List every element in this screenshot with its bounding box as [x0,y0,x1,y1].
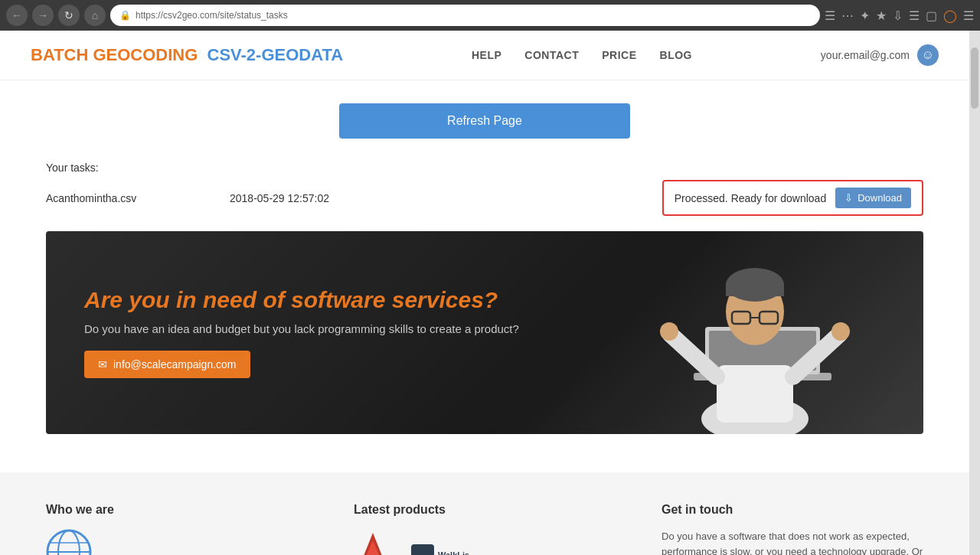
main-content: Refresh Page Your tasks: Acanthomintha.c… [0,80,969,472]
footer-col-who-we-are: Who we are [46,503,308,555]
history-icon[interactable]: ☰ [909,8,920,23]
back-button[interactable]: ← [6,5,28,26]
forward-button[interactable]: → [32,5,54,26]
svg-marker-21 [361,540,384,555]
nav-blog[interactable]: BLOG [660,49,692,61]
footer-globe-icon [46,529,92,555]
pocket-icon[interactable]: ✦ [860,8,870,23]
svg-text:WalkLists: WalkLists [438,550,469,555]
browser-right-icons: ☰ ⋯ ✦ ★ ⇩ ☰ ▢ ◯ ☰ [825,8,974,23]
footer-col-latest-products: Latest products ≡ WalkLists [354,503,616,555]
user-avatar-icon[interactable]: ☺ [917,44,939,66]
user-area: your.email@g.com ☺ [821,44,939,66]
banner-subtext: Do you have an idea and budget but you l… [84,322,885,335]
nav-price[interactable]: PRICE [602,49,636,61]
scrollbar[interactable] [969,31,980,555]
task-date: 2018-05-29 12:57:02 [199,192,662,204]
footer-get-in-touch-title: Get in touch [662,503,923,517]
browser-chrome: ← → ↻ ⌂ 🔒 https://csv2geo.com/site/statu… [0,0,980,31]
footer-section: Who we are Latest products [0,472,969,555]
footer-latest-products-title: Latest products [354,503,616,517]
promo-banner: Are you in need of software services? Do… [46,231,923,434]
logo: BATCH GEOCODING CSV-2-GEODATA [31,45,343,65]
download-browser-icon[interactable]: ⇩ [893,8,903,23]
footer-col-get-in-touch: Get in touch Do you have a software that… [662,503,923,555]
download-button[interactable]: ⇩ Download [835,188,911,208]
site-nav: HELP CONTACT PRICE BLOG [472,49,692,61]
firefox-icon[interactable]: ◯ [943,8,957,23]
logo-batch-text: BATCH GEOCODING [31,45,198,64]
scrollbar-thumb[interactable] [971,47,978,109]
security-icon: 🔒 [119,10,131,21]
user-email: your.email@g.com [821,49,910,61]
download-icon: ⇩ [844,192,853,204]
page-wrapper: BATCH GEOCODING CSV-2-GEODATA HELP CONTA… [0,31,980,555]
banner-headline: Are you in need of software services? [84,287,885,313]
url-text: https://csv2geo.com/site/status_tasks [136,10,288,21]
reader-icon[interactable]: ▢ [926,8,937,23]
bookmarks-icon[interactable]: ☰ [825,8,835,23]
logo-csv-text: CSV-2-GEODATA [207,45,344,64]
download-label: Download [858,192,902,204]
email-icon: ✉ [98,358,107,371]
home-button[interactable]: ⌂ [84,5,106,26]
task-filename: Acanthomintha.csv [46,192,199,204]
extensions-icon[interactable]: ⋯ [841,8,854,23]
nav-help[interactable]: HELP [472,49,501,61]
product-logos: ≡ WalkLists [354,529,616,555]
address-bar[interactable]: 🔒 https://csv2geo.com/site/status_tasks [110,5,820,26]
tasks-label: Your tasks: [46,162,923,174]
refresh-page-button[interactable]: Refresh Page [339,103,630,139]
task-row: Acanthomintha.csv 2018-05-29 12:57:02 Pr… [46,180,923,216]
banner-email-label: info@scalecampaign.com [113,358,237,371]
star-icon[interactable]: ★ [876,8,887,23]
menu-icon[interactable]: ☰ [963,8,974,23]
task-status-box: Processed. Ready for download ⇩ Download [662,180,923,216]
banner-text-area: Are you in need of software services? Do… [84,287,885,378]
product2-logo: ≡ WalkLists [407,537,469,555]
product1-logo [354,529,392,555]
footer-get-in-touch-body: Do you have a software that does not wor… [662,529,923,555]
footer-who-we-are-title: Who we are [46,503,308,517]
task-status-text: Processed. Ready for download [675,192,826,204]
nav-contact[interactable]: CONTACT [524,49,579,61]
refresh-browser-button[interactable]: ↻ [58,5,80,26]
banner-email-button[interactable]: ✉ info@scalecampaign.com [84,351,250,378]
footer-logo-area [46,529,308,555]
site-header: BATCH GEOCODING CSV-2-GEODATA HELP CONTA… [0,31,969,80]
page-content: BATCH GEOCODING CSV-2-GEODATA HELP CONTA… [0,31,969,555]
